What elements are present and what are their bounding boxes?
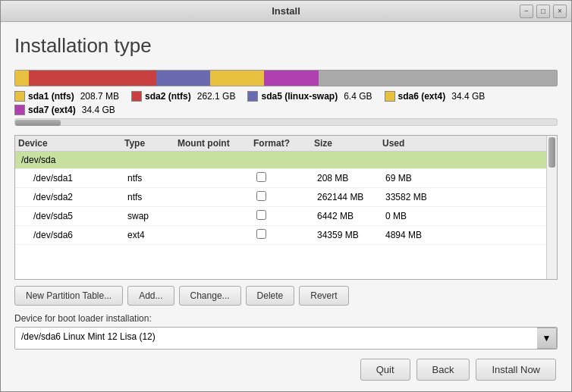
table-row[interactable]: /dev/sda1ntfs208 MB69 MB: [15, 169, 557, 188]
legend-item-3: sda6 (ext4)34.4 GB: [385, 91, 486, 102]
bootloader-dropdown-arrow[interactable]: ▼: [537, 328, 557, 349]
format-checkbox-3[interactable]: [256, 210, 266, 220]
cell-1: ntfs: [124, 173, 178, 183]
partition-legend: sda1 (ntfs)208.7 MBsda2 (ntfs)262.1 GBsd…: [14, 91, 558, 115]
partition-table: Device Type Mount point Format? Size Use…: [14, 135, 558, 280]
format-checkbox-1[interactable]: [256, 172, 266, 182]
table-scrollbar[interactable]: [546, 136, 557, 279]
bootloader-select-value: /dev/sda6 Linux Mint 12 Lisa (12): [15, 328, 537, 349]
col-format: Format?: [253, 138, 314, 149]
content-area: Installation type sda1 (ntfs)208.7 MBsda…: [1, 22, 571, 391]
device-cell: /dev/sda: [18, 155, 124, 165]
partition-segment-4: [210, 71, 264, 86]
legend-label-3: sda6 (ext4): [398, 91, 446, 102]
cell-5: 69 MB: [382, 173, 451, 183]
format-checkbox-2[interactable]: [256, 191, 266, 201]
legend-size-4: 34.4 GB: [82, 105, 115, 115]
bootloader-select-wrapper[interactable]: /dev/sda6 Linux Mint 12 Lisa (12) ▼: [14, 327, 558, 350]
bootloader-label: Device for boot loader installation:: [14, 313, 558, 324]
window-title: Install: [272, 5, 300, 17]
cell-4: 34359 MB: [314, 230, 382, 240]
cell-5: 0 MB: [382, 211, 451, 221]
partition-segment-6: [319, 71, 557, 86]
cell-4: 262144 MB: [314, 192, 382, 202]
legend-size-0: 208.7 MB: [80, 91, 119, 102]
col-scrollspace: [451, 138, 464, 149]
quit-button[interactable]: Quit: [360, 359, 410, 381]
legend-item-2: sda5 (linux-swap)6.4 GB: [247, 91, 372, 102]
legend-label-1: sda2 (ntfs): [145, 91, 191, 102]
cell-4: 208 MB: [314, 173, 382, 183]
device-cell: /dev/sda2: [18, 192, 124, 202]
col-used: Used: [382, 138, 451, 149]
titlebar: Install − □ ×: [1, 1, 571, 22]
legend-label-4: sda7 (ext4): [28, 105, 76, 115]
cell-1: ext4: [124, 230, 178, 240]
cell-1: ntfs: [124, 192, 178, 202]
legend-item-0: sda1 (ntfs)208.7 MB: [14, 91, 119, 102]
cell-5: 4894 MB: [382, 230, 451, 240]
partition-segment-0: [15, 71, 29, 86]
window: Install − □ × Installation type sda1 (nt…: [0, 0, 572, 392]
partition-bar: [14, 70, 558, 86]
partition-segment-5: [264, 71, 318, 86]
col-device: Device: [18, 138, 124, 149]
legend-size-3: 34.4 GB: [451, 91, 485, 102]
install-now-button[interactable]: Install Now: [476, 359, 556, 381]
bootloader-select-row: /dev/sda6 Linux Mint 12 Lisa (12) ▼: [14, 327, 558, 350]
minimize-button[interactable]: −: [520, 5, 533, 18]
cell-4: 6442 MB: [314, 211, 382, 221]
col-mount: Mount point: [178, 138, 253, 149]
revert-button[interactable]: Revert: [299, 286, 348, 306]
device-cell: /dev/sda1: [18, 173, 124, 183]
partition-scrollbar[interactable]: [14, 118, 558, 126]
close-button[interactable]: ×: [553, 5, 567, 18]
cell-5: 33582 MB: [382, 192, 451, 202]
partition-segment-2: [48, 71, 156, 86]
add-button[interactable]: Add...: [127, 286, 174, 306]
scrollbar-thumb: [15, 120, 61, 126]
partition-bar-container: sda1 (ntfs)208.7 MBsda2 (ntfs)262.1 GBsd…: [14, 70, 558, 129]
delete-button[interactable]: Delete: [246, 286, 295, 306]
legend-size-1: 262.1 GB: [197, 91, 236, 102]
action-buttons: New Partition Table... Add... Change... …: [14, 286, 558, 306]
legend-item-4: sda7 (ext4)34.4 GB: [14, 105, 115, 115]
legend-label-2: sda5 (linux-swap): [261, 91, 338, 102]
window-controls: − □ ×: [520, 5, 567, 18]
page-title: Installation type: [14, 34, 558, 58]
legend-size-2: 6.4 GB: [344, 91, 372, 102]
legend-color-2: [247, 91, 258, 102]
back-button[interactable]: Back: [416, 359, 470, 381]
table-row[interactable]: /dev/sda5swap6442 MB0 MB: [15, 207, 557, 226]
scrollbar-v-thumb: [548, 137, 555, 168]
table-row[interactable]: /dev/sda2ntfs262144 MB33582 MB: [15, 188, 557, 207]
footer-buttons: Quit Back Install Now: [14, 359, 558, 381]
maximize-button[interactable]: □: [536, 5, 550, 18]
legend-color-0: [14, 91, 25, 102]
col-size: Size: [314, 138, 382, 149]
table-row[interactable]: /dev/sda: [15, 152, 557, 169]
legend-color-3: [385, 91, 395, 102]
table-body: /dev/sda/dev/sda1ntfs208 MB69 MB/dev/sda…: [15, 152, 557, 279]
col-type: Type: [124, 138, 178, 149]
change-button[interactable]: Change...: [179, 286, 241, 306]
legend-color-1: [131, 91, 142, 102]
partition-segment-1: [29, 71, 48, 86]
table-header: Device Type Mount point Format? Size Use…: [15, 136, 557, 152]
legend-label-0: sda1 (ntfs): [28, 91, 74, 102]
partition-segment-3: [156, 71, 210, 86]
format-checkbox-4[interactable]: [256, 229, 266, 239]
legend-item-1: sda2 (ntfs)262.1 GB: [131, 91, 235, 102]
new-partition-table-button[interactable]: New Partition Table...: [14, 286, 123, 306]
cell-1: swap: [124, 211, 178, 221]
device-cell: /dev/sda5: [18, 211, 124, 221]
table-row[interactable]: /dev/sda6ext434359 MB4894 MB: [15, 226, 557, 245]
device-cell: /dev/sda6: [18, 230, 124, 240]
legend-color-4: [14, 105, 25, 115]
